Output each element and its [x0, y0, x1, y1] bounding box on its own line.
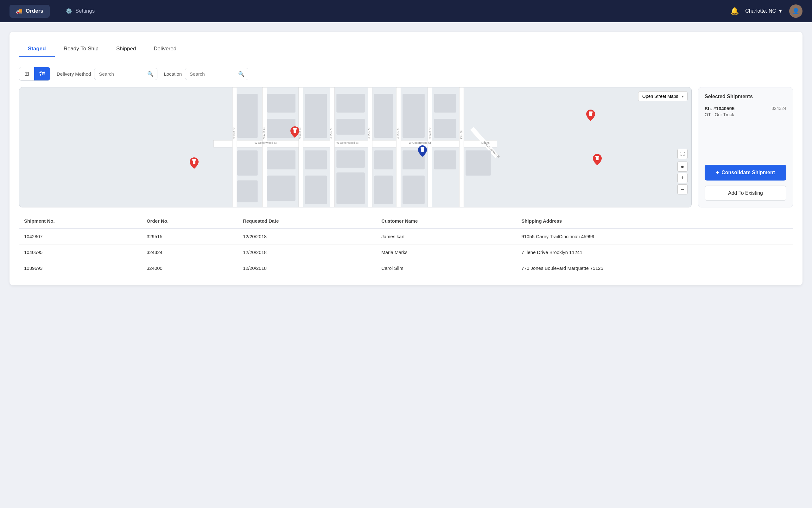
tab-ready-to-ship[interactable]: Ready To Ship: [55, 41, 108, 57]
table-header-row: Shipment No. Order No. Requested Date Cu…: [19, 214, 793, 228]
plus-icon: +: [716, 170, 719, 175]
svg-rect-26: [305, 176, 327, 204]
cell-shipment-no-2[interactable]: 1039693: [19, 260, 141, 276]
location-text: Charlotte, NC: [745, 8, 776, 14]
map-dot-button[interactable]: ●: [677, 162, 688, 172]
svg-rect-34: [466, 151, 491, 176]
map-fullscreen-button[interactable]: ⛶: [677, 149, 688, 159]
tab-staged[interactable]: Staged: [19, 41, 55, 57]
delivery-method-search-wrap: 🔍: [94, 68, 158, 80]
svg-rect-53: [595, 156, 599, 157]
svg-rect-3: [262, 87, 267, 207]
col-requested-date: Requested Date: [238, 214, 376, 228]
svg-rect-49: [293, 128, 297, 130]
cell-address-1: 7 Ilene Drive Brooklyn 11241: [516, 245, 793, 260]
svg-rect-24: [267, 176, 296, 201]
svg-rect-57: [421, 147, 424, 149]
cell-order-no-0: 329515: [141, 228, 238, 245]
svg-rect-29: [374, 151, 393, 169]
location-label: Location: [164, 71, 182, 77]
map-zoom-in-button[interactable]: +: [677, 173, 688, 183]
map-zoom-out-button[interactable]: −: [677, 184, 688, 195]
svg-rect-32: [402, 176, 425, 204]
svg-rect-25: [305, 151, 327, 169]
table-header: Shipment No. Order No. Requested Date Cu…: [19, 214, 793, 228]
col-order-no: Order No.: [141, 214, 238, 228]
svg-rect-30: [374, 176, 393, 204]
col-shipment-no: Shipment No.: [19, 214, 141, 228]
svg-rect-4: [299, 87, 303, 207]
map-svg: N 18th St N 17th St N 16th St N 15th St …: [19, 87, 691, 207]
delivery-search-icon: 🔍: [147, 71, 154, 77]
svg-rect-6: [368, 87, 373, 207]
map-view-button[interactable]: 🗺: [34, 67, 50, 80]
notification-bell-icon[interactable]: 🔔: [730, 7, 739, 15]
tab-shipped[interactable]: Shipped: [108, 41, 145, 57]
svg-rect-12: [267, 94, 296, 113]
grid-view-button[interactable]: ⊞: [19, 67, 34, 80]
location-selector[interactable]: Charlotte, NC ▼: [745, 8, 783, 14]
avatar[interactable]: 👤: [789, 4, 803, 18]
svg-rect-5: [330, 87, 334, 207]
svg-rect-33: [434, 151, 456, 169]
cell-address-0: 91055 Carey TrailCincinnati 45999: [516, 228, 793, 245]
cell-order-no-2: 324000: [141, 260, 238, 276]
tabs-row: Staged Ready To Ship Shipped Delivered: [19, 41, 793, 57]
selected-shipments-title: Selected Shipments: [704, 94, 786, 99]
chevron-down-icon: ▼: [778, 8, 783, 14]
map-provider-selector-wrap: Open Street Maps Google Maps: [638, 91, 688, 101]
settings-nav-button[interactable]: ⚙️ Settings: [59, 5, 101, 18]
table-row: 1039693 324000 12/20/2018 Carol Slim 770…: [19, 260, 793, 276]
cell-customer-2: Carol Slim: [376, 260, 516, 276]
cell-date-0: 12/20/2018: [238, 228, 376, 245]
cell-address-2: 770 Jones Boulevard Marquette 75125: [516, 260, 793, 276]
map-sidebar-row: N 18th St N 17th St N 16th St N 15th St …: [19, 87, 793, 207]
svg-rect-27: [336, 151, 365, 168]
svg-rect-22: [237, 180, 258, 202]
svg-rect-23: [267, 151, 296, 169]
svg-rect-21: [237, 151, 258, 176]
location-search-icon: 🔍: [238, 71, 245, 77]
consolidate-shipment-button[interactable]: + Consolidate Shipment: [704, 165, 786, 180]
svg-rect-17: [374, 94, 393, 138]
delivery-method-filter: Delivery Method 🔍: [57, 68, 158, 80]
map-pin-blue-1[interactable]: [418, 145, 427, 157]
svg-text:N 15th St: N 15th St: [330, 127, 333, 139]
map-provider-select-wrap: Open Street Maps Google Maps: [638, 91, 688, 101]
tab-delivered[interactable]: Delivered: [145, 41, 185, 57]
map-pin-red-1[interactable]: [290, 126, 299, 138]
svg-text:W Cottonwood St: W Cottonwood St: [255, 141, 277, 144]
table-row: 1042807 329515 12/20/2018 James kart 910…: [19, 228, 793, 245]
nav-left: 🚚 Orders ⚙️ Settings: [9, 5, 101, 18]
svg-rect-15: [336, 94, 365, 113]
add-to-existing-button[interactable]: Add To Existing: [704, 185, 786, 201]
add-existing-label: Add To Existing: [728, 190, 763, 196]
col-shipping-address: Shipping Address: [516, 214, 793, 228]
svg-rect-8: [428, 87, 432, 207]
view-toggle: ⊞ 🗺: [19, 67, 50, 81]
svg-rect-16: [336, 119, 365, 135]
settings-nav-label: Settings: [75, 8, 95, 14]
shipment-method: OT - Our Truck: [704, 112, 734, 117]
shipment-entry-info: Sh. #1040595 OT - Our Truck: [704, 106, 734, 117]
nav-right: 🔔 Charlotte, NC ▼ 👤: [730, 4, 803, 18]
map-pin-red-2[interactable]: [190, 157, 199, 169]
cell-shipment-no-0[interactable]: 1042807: [19, 228, 141, 245]
svg-rect-19: [434, 94, 456, 113]
shipment-order-number: 324324: [771, 106, 786, 111]
consolidate-label: Consolidate Shipment: [721, 170, 775, 175]
cell-date-2: 12/20/2018: [238, 260, 376, 276]
svg-rect-18: [402, 94, 425, 138]
map-provider-select[interactable]: Open Street Maps Google Maps: [638, 91, 688, 101]
orders-nav-button[interactable]: 🚚 Orders: [9, 5, 50, 18]
cell-shipment-no-1[interactable]: 1040595: [19, 245, 141, 260]
shipment-id: Sh. #1040595: [704, 106, 734, 111]
location-filter: Location 🔍: [164, 68, 248, 80]
map-zoom-controls: ⛶ ● + −: [677, 149, 688, 195]
map-container[interactable]: N 18th St N 17th St N 16th St N 15th St …: [19, 87, 692, 207]
svg-rect-2: [232, 87, 237, 207]
svg-rect-20: [434, 119, 456, 138]
map-pin-red-3[interactable]: [593, 154, 602, 165]
map-pin-red-4[interactable]: [586, 110, 595, 121]
svg-rect-14: [305, 94, 327, 138]
